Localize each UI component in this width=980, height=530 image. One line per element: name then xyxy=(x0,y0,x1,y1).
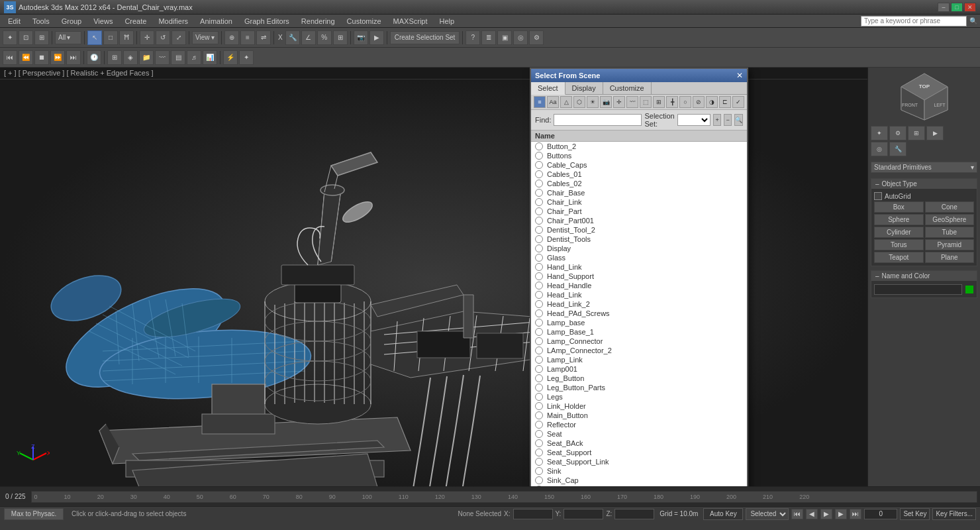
hierarchy-panel-btn[interactable]: ⊞ xyxy=(908,126,925,140)
help-btn[interactable]: ? xyxy=(466,30,480,45)
dialog-close-button[interactable]: ✕ xyxy=(736,72,743,80)
list-item[interactable]: Sink xyxy=(531,466,747,476)
list-item[interactable]: Cable_Caps xyxy=(531,160,747,170)
utilities-panel-btn[interactable]: 🔧 xyxy=(889,142,906,156)
invert-btn[interactable]: ◑ xyxy=(706,96,718,108)
autokey-btn[interactable]: Auto Key xyxy=(703,508,743,520)
display-btn[interactable]: ◎ xyxy=(513,30,528,45)
list-item[interactable]: Chair_Base xyxy=(531,188,747,197)
list-item[interactable]: LAmp_Connector_2 xyxy=(531,346,747,355)
list-item[interactable]: Glass xyxy=(531,253,747,262)
select-filter-btn[interactable]: ⊞ xyxy=(34,30,49,45)
schematic-view-btn[interactable]: ⊞ xyxy=(107,50,122,65)
select-by-name-btn[interactable]: Ħ xyxy=(119,30,134,45)
filter-spacewarps-btn[interactable]: 〰 xyxy=(626,96,638,108)
list-item[interactable]: Cables_02 xyxy=(531,179,747,188)
menu-animation[interactable]: Animation xyxy=(195,16,238,26)
menu-help[interactable]: Help xyxy=(434,16,460,26)
create-panel-btn[interactable]: ✦ xyxy=(871,126,888,140)
tab-select[interactable]: Select xyxy=(531,82,565,95)
list-item[interactable]: Leg_Button xyxy=(531,374,747,383)
render-btn[interactable]: ▶ xyxy=(369,30,384,45)
menu-group[interactable]: Group xyxy=(56,16,87,26)
viewport[interactable]: [ + ] [ Perspective ] [ Realistic + Edge… xyxy=(0,68,867,486)
selset-add-btn[interactable]: + xyxy=(713,114,721,126)
torus-btn[interactable]: Torus xyxy=(874,239,924,250)
list-item[interactable]: Buttons xyxy=(531,151,747,160)
dynamics-btn[interactable]: ⚡ xyxy=(223,50,238,65)
filter-xrefs-btn[interactable]: ⊞ xyxy=(653,96,665,108)
layers-btn[interactable]: ≣ xyxy=(481,30,496,45)
filter-helpers-btn[interactable]: ✛ xyxy=(613,96,625,108)
select-btn[interactable]: ↖ xyxy=(87,30,102,45)
list-item[interactable]: Dentist_Tool_2 xyxy=(531,225,747,235)
z-value[interactable] xyxy=(614,509,654,519)
selset-dropdown[interactable] xyxy=(677,114,710,126)
list-item[interactable]: Head_PAd_Screws xyxy=(531,309,747,318)
find-input[interactable] xyxy=(554,114,642,126)
particles-btn[interactable]: ✦ xyxy=(239,50,254,65)
menu-modifiers[interactable]: Modifiers xyxy=(153,16,193,26)
box-btn[interactable]: Box xyxy=(874,201,924,213)
list-item[interactable]: Legs xyxy=(531,392,747,401)
select-object-btn[interactable]: ✦ xyxy=(3,30,17,45)
motion-mixer-btn[interactable]: ♬ xyxy=(187,50,201,65)
list-item[interactable]: Button_2 xyxy=(531,142,747,151)
track-view-btn[interactable]: 📊 xyxy=(203,50,217,65)
material-editor-btn[interactable]: ◈ xyxy=(123,50,138,65)
list-item[interactable]: Head_Handle xyxy=(531,281,747,290)
select-subtree-btn[interactable]: ⊏ xyxy=(719,96,731,108)
name-input[interactable] xyxy=(874,284,962,295)
next-frame-btn2[interactable]: ▶ xyxy=(835,509,847,519)
plane-btn[interactable]: Plane xyxy=(925,252,975,263)
list-item[interactable]: Display xyxy=(531,244,747,253)
display-panel-btn[interactable]: ◎ xyxy=(871,142,888,156)
list-item[interactable]: Seat_Support xyxy=(531,448,747,457)
next-frame-btn[interactable]: ⏩ xyxy=(50,50,65,65)
snap-toggle-btn[interactable]: 🔧 xyxy=(285,30,300,45)
prev-frame-btn[interactable]: ⏪ xyxy=(19,50,33,65)
list-item[interactable]: Cables_01 xyxy=(531,170,747,179)
list-item[interactable]: Lamp_Connector xyxy=(531,337,747,346)
container-btn[interactable]: ▣ xyxy=(497,30,512,45)
go-end-btn[interactable]: ⏭ xyxy=(850,509,861,519)
cylinder-btn[interactable]: Cylinder xyxy=(874,227,924,238)
minimize-button[interactable]: – xyxy=(938,3,950,12)
selected-dropdown[interactable]: Selected xyxy=(746,508,789,520)
case-sensitive-btn[interactable]: Aa xyxy=(547,96,559,108)
tools2-btn[interactable]: ⚙ xyxy=(529,30,544,45)
close-button[interactable]: ✕ xyxy=(964,3,976,12)
set-key-btn[interactable]: Set Key xyxy=(900,508,930,520)
tube-btn[interactable]: Tube xyxy=(925,227,975,238)
x-value[interactable] xyxy=(513,509,553,519)
stop-btn[interactable]: ⏹ xyxy=(34,50,49,65)
list-item[interactable]: Lamp_Link xyxy=(531,355,747,364)
list-item[interactable]: Sink_Support xyxy=(531,485,747,486)
list-item[interactable]: Hand_Link xyxy=(531,262,747,272)
menu-search-input[interactable] xyxy=(861,16,967,26)
select-all-btn[interactable]: ✓ xyxy=(732,96,744,108)
menu-rendering[interactable]: Rendering xyxy=(296,16,340,26)
go-start-btn[interactable]: ⏮ xyxy=(791,509,803,519)
select-region-rect-btn[interactable]: □ xyxy=(103,30,118,45)
filter-cameras-btn[interactable]: 📷 xyxy=(600,96,612,108)
filter-geometry-btn[interactable]: △ xyxy=(560,96,572,108)
rotate-btn[interactable]: ↺ xyxy=(156,30,170,45)
menu-graph-editors[interactable]: Graph Editors xyxy=(239,16,295,26)
filter-bones-btn[interactable]: ╋ xyxy=(666,96,678,108)
nav-cube[interactable]: TOP FRONT LEFT xyxy=(898,70,951,123)
list-item[interactable]: Leg_Button_Parts xyxy=(531,383,747,392)
filter-dropdown[interactable]: All ▾ xyxy=(55,31,81,44)
selset-del-btn[interactable]: − xyxy=(724,114,732,126)
list-item[interactable]: Seat_BAck xyxy=(531,439,747,448)
menu-edit[interactable]: Edit xyxy=(3,16,26,26)
play-anim-btn[interactable]: ⏮ xyxy=(3,50,17,65)
play-btn[interactable]: ▶ xyxy=(820,509,832,519)
timeline-track[interactable]: 0 10 20 30 40 50 60 70 80 90 100 110 120… xyxy=(31,491,977,503)
list-item[interactable]: Sink_Cap xyxy=(531,476,747,485)
time-mode-btn[interactable]: 🕐 xyxy=(87,50,101,65)
list-item[interactable]: Head_Link_2 xyxy=(531,299,747,309)
maximize-button[interactable]: □ xyxy=(951,3,963,12)
y-value[interactable] xyxy=(564,509,603,519)
autogrid-checkbox[interactable] xyxy=(874,192,882,200)
